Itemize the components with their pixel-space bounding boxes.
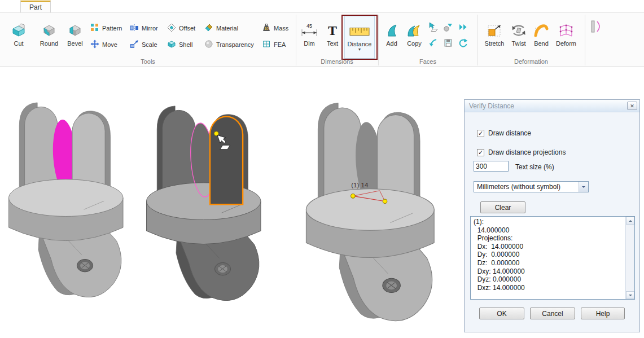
- move-button[interactable]: Move: [90, 38, 117, 51]
- stretch-icon: [487, 17, 502, 38]
- fea-icon: [262, 39, 271, 50]
- add-face-button[interactable]: Add: [382, 16, 402, 59]
- text-size-label: Text size (%): [515, 163, 554, 171]
- dim-button[interactable]: 45 Dim: [298, 16, 321, 59]
- stretch-button[interactable]: Stretch: [482, 16, 507, 59]
- measurement-text: (1) 14: [351, 182, 369, 188]
- cancel-button[interactable]: Cancel: [530, 308, 575, 319]
- part-model-selected-face[interactable]: [5, 91, 132, 315]
- bevel-icon: [68, 17, 82, 38]
- partial-tool-icon: [590, 19, 604, 36]
- bend-button[interactable]: Bend: [531, 16, 552, 59]
- round-icon: [42, 17, 56, 38]
- orange-highlighted-face[interactable]: [210, 117, 243, 205]
- copy-face-label: Copy: [407, 40, 422, 47]
- cut-icon: [11, 17, 27, 38]
- material-label: Material: [216, 25, 238, 32]
- part-model-measured[interactable]: (1) 14: [301, 95, 444, 336]
- draw-projections-label: Draw distance projections: [488, 148, 566, 156]
- tab-part[interactable]: Part: [20, 1, 51, 12]
- cut-button[interactable]: Cut: [5, 16, 33, 59]
- offset-button[interactable]: Offset: [167, 22, 195, 34]
- group-label-deformation: Deformation: [477, 58, 585, 65]
- clear-button[interactable]: Clear: [480, 201, 525, 213]
- twist-icon: [511, 17, 526, 38]
- distance-dropdown-caret-icon[interactable]: ▾: [358, 48, 361, 51]
- add-face-icon: [384, 17, 399, 38]
- copy-face-icon: [406, 17, 423, 38]
- group-label-faces: Faces: [378, 58, 477, 65]
- scroll-up-icon[interactable]: [626, 217, 634, 225]
- scale-label: Scale: [142, 41, 157, 48]
- add-face-label: Add: [386, 40, 397, 47]
- draw-distance-checkbox[interactable]: ✓ Draw distance: [477, 129, 531, 137]
- twist-button[interactable]: Twist: [508, 16, 529, 59]
- face-arrow-down-icon: [428, 38, 439, 50]
- distance-icon: [349, 18, 370, 38]
- checkbox-check-icon: ✓: [477, 130, 484, 137]
- units-selected-value: Millimeters (without symbol): [477, 183, 560, 191]
- text-button[interactable]: T Text: [322, 16, 343, 59]
- part-model-highlight-face[interactable]: [142, 94, 269, 319]
- ok-label: OK: [497, 310, 506, 318]
- group-label-tools: Tools: [0, 58, 296, 65]
- pattern-button[interactable]: Pattern: [90, 22, 122, 34]
- dialog-titlebar[interactable]: Verify Distance ✕: [465, 100, 639, 112]
- move-icon: [90, 39, 99, 50]
- transparency-label: Transparency: [216, 41, 254, 48]
- scroll-down-icon[interactable]: [626, 291, 634, 299]
- material-button[interactable]: Material: [204, 22, 238, 34]
- text-size-input[interactable]: [474, 161, 509, 172]
- distance-button[interactable]: Distance ▾: [344, 16, 375, 59]
- face-option-4-button[interactable]: [427, 37, 440, 51]
- tab-part-label: Part: [29, 3, 42, 11]
- cut-label: Cut: [14, 40, 23, 47]
- ok-button[interactable]: OK: [479, 308, 524, 319]
- face-select-icon: [428, 22, 439, 34]
- shell-label: Shell: [179, 41, 192, 48]
- results-scrollbar[interactable]: [625, 217, 634, 299]
- tab-strip: Part: [0, 0, 644, 12]
- checkbox-check-icon: ✓: [477, 149, 484, 156]
- round-button[interactable]: Round: [36, 16, 62, 59]
- face-option-6-button[interactable]: [456, 37, 470, 51]
- transparency-button[interactable]: Transparency: [204, 38, 254, 51]
- close-icon[interactable]: ✕: [627, 102, 637, 110]
- help-button[interactable]: Help: [581, 308, 625, 319]
- cancel-label: Cancel: [542, 310, 563, 318]
- pattern-label: Pattern: [102, 25, 122, 32]
- clear-label: Clear: [495, 204, 511, 212]
- scale-button[interactable]: Scale: [130, 38, 157, 51]
- draw-projections-checkbox[interactable]: ✓ Draw distance projections: [477, 148, 566, 156]
- mirror-button[interactable]: Mirror: [130, 22, 158, 34]
- units-dropdown[interactable]: Millimeters (without symbol): [474, 181, 589, 192]
- measure-point-2[interactable]: [383, 199, 387, 204]
- mirror-icon: [130, 23, 139, 33]
- transparency-icon: [204, 39, 213, 50]
- group-label-dimensions: Dimensions: [296, 58, 378, 65]
- measure-point-1[interactable]: [351, 194, 356, 199]
- svg-text:10: 10: [264, 27, 269, 30]
- bend-label: Bend: [534, 40, 549, 47]
- bevel-label: Bevel: [67, 40, 83, 47]
- dropdown-arrow-icon[interactable]: [579, 182, 588, 192]
- scale-icon: [130, 39, 139, 50]
- face-option-5-button[interactable]: [441, 37, 455, 51]
- bevel-button[interactable]: Bevel: [62, 16, 88, 59]
- shell-button[interactable]: Shell: [167, 38, 192, 51]
- deform-button[interactable]: Deform: [552, 16, 580, 59]
- fea-button[interactable]: FEA: [262, 38, 286, 51]
- face-option-3-button[interactable]: [456, 21, 470, 35]
- face-option-1-button[interactable]: [427, 21, 440, 35]
- twist-label: Twist: [511, 40, 525, 47]
- move-label: Move: [102, 41, 117, 48]
- bend-icon: [534, 17, 549, 38]
- copy-face-button[interactable]: Copy: [403, 16, 426, 59]
- results-box[interactable]: (1): 14.000000 Projections: Dx: 14.00000…: [470, 216, 635, 300]
- mass-label: Mass: [274, 25, 288, 32]
- partial-tool-button[interactable]: [589, 20, 605, 36]
- mass-button[interactable]: 10 Mass: [262, 22, 288, 34]
- face-save-icon: [443, 38, 453, 50]
- text-label: Text: [327, 40, 338, 47]
- face-option-2-button[interactable]: [441, 21, 455, 35]
